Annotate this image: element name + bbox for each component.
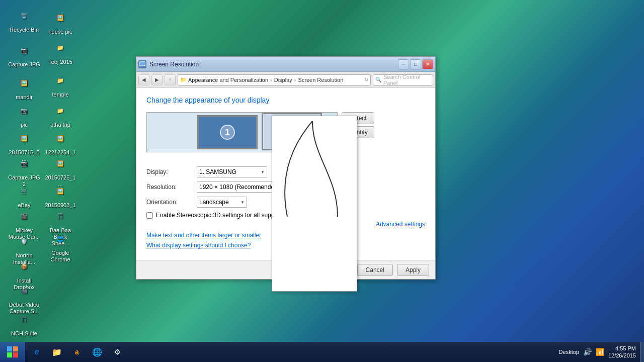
stereoscopic-checkbox[interactable]	[146, 212, 153, 219]
taskbar-app-settings[interactable]: ⚙	[108, 343, 127, 360]
maximize-button[interactable]: □	[410, 59, 421, 69]
resolution-label: Resolution:	[146, 184, 197, 191]
svg-rect-8	[13, 352, 18, 357]
desktop-icon-capture-jpg[interactable]: 📷 Capture.JPG	[8, 40, 40, 68]
desktop-icon-nch[interactable]: 🎵 NCH Suite	[8, 309, 40, 337]
desktop-icon-recycle-bin[interactable]: 🗑️ Recycle Bin	[8, 6, 40, 33]
amazon-icon: a	[72, 347, 82, 357]
breadcrumb-part2: Display	[274, 77, 292, 83]
annotation-overlay	[272, 116, 357, 292]
taskbar-app-file-manager[interactable]: 📁	[47, 343, 66, 360]
volume-icon[interactable]: 🔊	[583, 348, 592, 356]
minimize-button[interactable]: ─	[398, 59, 409, 69]
taskbar: e 📁 a 🌐 ⚙ Desktop 🔊 📶 4:55 PM	[0, 342, 644, 362]
orientation-label: Orientation:	[146, 199, 197, 206]
cancel-button[interactable]: Cancel	[357, 264, 393, 276]
refresh-button[interactable]: ↻	[364, 77, 368, 82]
forward-button[interactable]: ▶	[151, 74, 163, 85]
search-box[interactable]: 🔍 Search Control Panel	[373, 74, 433, 85]
desktop-icon-teej-2015[interactable]: 📁 Teej 2015	[44, 38, 76, 65]
desktop-icon-house-pic[interactable]: 🖼️ house pic	[44, 8, 76, 35]
desktop-icon-ebay[interactable]: 🛒 eBay	[8, 181, 40, 209]
window-icon	[138, 60, 146, 68]
ie-icon: e	[32, 347, 42, 357]
settings-icon: ⚙	[112, 347, 122, 357]
annotation-arrow	[272, 116, 358, 292]
back-button[interactable]: ◀	[138, 74, 149, 85]
date-display: 12/26/2015	[608, 352, 636, 359]
start-button[interactable]	[0, 342, 25, 362]
monitor-1-preview[interactable]: 1	[197, 115, 258, 149]
desktop-icon-chrome[interactable]: 🌐 Google Chrome	[44, 229, 76, 263]
display-label: Display:	[146, 168, 197, 175]
svg-rect-1	[140, 62, 145, 65]
close-button[interactable]: ✕	[422, 59, 433, 69]
navigation-bar: ◀ ▶ ↑ 📁 Appearance and Personalization ›…	[136, 72, 435, 88]
time-display: 4:55 PM	[608, 345, 636, 352]
search-placeholder: Search Control Panel	[383, 74, 431, 86]
show-desktop-button[interactable]	[640, 342, 644, 362]
svg-rect-6	[13, 346, 18, 351]
advanced-settings-link[interactable]: Advanced settings	[376, 221, 425, 228]
taskbar-right: Desktop 🔊 📶 4:55 PM 12/26/2015	[555, 345, 640, 359]
taskbar-apps: e 📁 a 🌐 ⚙	[25, 343, 555, 360]
desktop-icon-mandir[interactable]: 🖼️ mandir	[8, 73, 40, 101]
breadcrumb-part1: Appearance and Personalization	[188, 77, 268, 83]
desktop-icon-temple[interactable]: 📁 temple	[44, 70, 76, 98]
window-title: Screen Resolution	[149, 61, 398, 68]
breadcrumb-part3: Screen Resolution	[298, 77, 343, 83]
desktop-label: Desktop	[559, 349, 579, 355]
network-icon[interactable]: 📶	[596, 348, 604, 356]
taskbar-app-ie[interactable]: e	[27, 343, 46, 360]
apply-button[interactable]: Apply	[397, 264, 429, 276]
taskbar-clock[interactable]: 4:55 PM 12/26/2015	[608, 345, 636, 359]
window-controls: ─ □ ✕	[398, 59, 433, 69]
chrome-icon: 🌐	[92, 347, 102, 357]
up-button[interactable]: ↑	[165, 74, 176, 85]
desktop-icon-pic[interactable]: 📷 pic	[8, 101, 40, 128]
desktop-icon-utha-trip[interactable]: 📁 utha trip	[44, 101, 76, 128]
file-manager-icon: 📁	[52, 347, 62, 357]
desktop: 🗑️ Recycle Bin 🖼️ house pic 📷 Capture.JP…	[0, 0, 644, 362]
orientation-select[interactable]: Landscape	[197, 197, 247, 208]
svg-rect-5	[7, 346, 12, 351]
svg-rect-7	[7, 352, 12, 357]
address-bar[interactable]: 📁 Appearance and Personalization › Displ…	[178, 74, 371, 85]
title-bar: Screen Resolution ─ □ ✕	[136, 57, 435, 72]
taskbar-app-chrome[interactable]: 🌐	[88, 343, 107, 360]
display-select[interactable]: 1. SAMSUNG	[197, 166, 267, 177]
taskbar-app-amazon[interactable]: a	[67, 343, 87, 360]
window-heading: Change the appearance of your display	[146, 96, 425, 104]
